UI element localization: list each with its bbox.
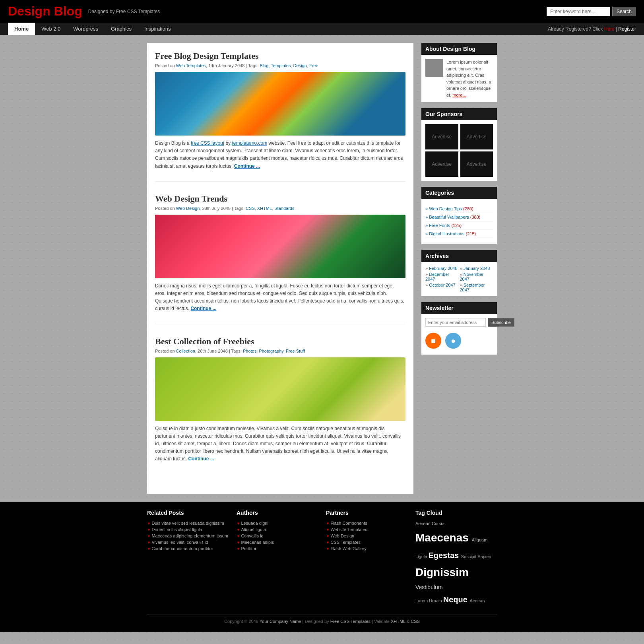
archive-dec-2047[interactable]: December 2047 [425,272,459,281]
tag-cursus[interactable]: Cursus [432,521,446,526]
post-1-tag-design[interactable]: Design [293,63,307,68]
free-css-link[interactable]: Free CSS Templates [330,619,370,624]
partner-link-css-templates[interactable]: CSS Templates [330,540,361,545]
advertise-3[interactable]: Advertise [425,151,458,177]
categories-box: Categories » Web Design Tips (260) » Bea… [421,187,497,244]
category-link-free-fonts[interactable]: » Free Fonts (125) [425,223,462,228]
category-free-fonts: » Free Fonts (125) [425,221,493,230]
tag-aenean[interactable]: Aenean [415,521,432,526]
post-3-tag-photography[interactable]: Photography [259,349,283,353]
author-link-3[interactable]: Convallis id [241,533,263,538]
post-2-tag-standards[interactable]: Standards [274,206,294,211]
related-link-5[interactable]: Curabitur condimentum porttitor [151,546,213,551]
nav-item-wordpress[interactable]: Wordpress [67,23,105,35]
about-more-link[interactable]: more... [452,93,466,97]
site-logo: Design Blog [8,4,82,19]
archive-jan-2048[interactable]: January 2048 [460,266,493,271]
partner-link-website-templates[interactable]: Website Templates [330,527,367,532]
social-icons: ■ ● [425,331,493,351]
search-input[interactable] [547,7,610,16]
company-link[interactable]: Your Company Name [260,619,301,624]
post-2-meta-link-web-design[interactable]: Web Design [176,206,200,211]
tag-urnain[interactable]: Urnain [429,598,443,603]
author-link-2[interactable]: Aliquet ligula [241,527,266,532]
partner-link-flash-web-gallery[interactable]: Flash Web Gallery [330,546,366,551]
footer-partners-list: Flash Components Website Templates Web D… [326,520,407,552]
nav-register-link[interactable]: Register [618,26,636,32]
advertise-2[interactable]: Advertise [460,124,493,149]
category-link-web-design-tips[interactable]: » Web Design Tips (260) [425,206,473,211]
author-link-4[interactable]: Maecenas adipis [241,540,274,545]
xhtml-link[interactable]: XHTML [391,619,405,624]
advertise-4[interactable]: Advertise [460,151,493,177]
categories-content: » Web Design Tips (260) » Beautiful Wall… [421,199,497,244]
archive-sep-2047[interactable]: September 2047 [460,283,493,292]
tag-aliquam[interactable]: Aliquam [472,537,488,542]
post-3-meta-link-collection[interactable]: Collection [176,349,195,353]
post-1-tag-templates[interactable]: Templates [271,63,291,68]
nav-here-link[interactable]: Here [604,26,615,32]
tag-suscipit[interactable]: Suscipit [461,554,478,559]
newsletter-subscribe-button[interactable]: Subscribe [488,318,514,327]
newsletter-email-input[interactable] [425,318,486,327]
advertise-1[interactable]: Advertise [425,124,458,149]
post-3-tag-photos[interactable]: Photos [243,349,256,353]
tag-maecenas[interactable]: Maecenas [415,531,472,544]
nav-item-home[interactable]: Home [8,23,35,35]
category-link-wallpapers[interactable]: » Beautiful Wallpapers (380) [425,215,480,219]
tag-vestibulum[interactable]: Vestibulum [415,584,442,590]
tag-neque[interactable]: Neque [443,595,470,604]
rss-icon[interactable]: ■ [425,333,441,349]
related-link-2[interactable]: Donec mollis aliquet ligula [151,527,202,532]
archive-oct-2047[interactable]: October 2047 [425,283,459,292]
post-1-link-css[interactable]: free CSS layout [191,140,224,146]
post-3-meta: Posted on Collection, 26th June 2048 | T… [155,349,405,353]
partner-link-web-design[interactable]: Web Design [330,533,354,538]
nav-item-web20[interactable]: Web 2.0 [35,23,67,35]
post-1-tag-blog[interactable]: Blog [260,63,268,68]
newsletter-title: Newsletter [421,302,497,314]
post-1-meta-link-web-templates[interactable]: Web Templates [176,63,206,68]
search-button[interactable]: Search [612,7,636,16]
css-link[interactable]: CSS [411,619,420,624]
archive-feb-2048[interactable]: February 2048 [425,266,459,271]
tag-lorem[interactable]: Lorem [415,598,429,603]
tag-aenean2[interactable]: Aenean [469,598,485,603]
archives-content: February 2048 January 2048 December 2047… [421,262,497,296]
newsletter-box: Newsletter Subscribe ■ ● [421,302,497,355]
related-link-3[interactable]: Maecenas adipiscing elementum ipsum [151,533,228,538]
footer-authors: Authors Lesuada digni Aliquet ligula Con… [237,510,318,607]
tag-dignissim[interactable]: Dignissim [415,566,469,578]
main-wrapper: Free Blog Design Templates Posted on Web… [147,43,497,494]
category-beautiful-wallpapers: » Beautiful Wallpapers (380) [425,213,493,221]
twitter-icon[interactable]: ● [445,333,461,349]
author-link-5[interactable]: Porttitor [241,546,256,551]
post-3-continue[interactable]: Continue ... [188,456,214,462]
author-link-1[interactable]: Lesuada digni [241,521,268,526]
post-3-tag-free-stuff[interactable]: Free Stuff [286,349,305,353]
nav-item-inspirations[interactable]: Inspirations [138,23,177,35]
post-3-title: Best Collection of Freebies [155,336,405,347]
tag-egestas[interactable]: Egestas [428,551,461,560]
post-2: Web Design Trends Posted on Web Design, … [155,194,405,324]
author-2: Aliquet ligula [237,526,318,533]
post-1-link-templatemo[interactable]: templatemo.com [232,140,267,146]
about-content: Lorem ipsum dolor sit amet, consectetur … [421,55,497,102]
post-1-continue[interactable]: Continue ... [234,163,260,169]
archive-nov-2047[interactable]: November 2047 [460,272,493,281]
related-link-1[interactable]: Duis vitae velit sed lesuada dignissim [151,521,224,526]
related-link-4[interactable]: Vivamus leo velit, convallis id [151,540,208,545]
post-2-tag-xhtml[interactable]: XHTML [257,206,272,211]
about-box: About Design Blog Lorem ipsum dolor sit … [421,43,497,102]
post-1-tag-free[interactable]: Free [309,63,318,68]
newsletter-content: Subscribe ■ ● [421,314,497,355]
tag-sapien[interactable]: Sapien [477,554,491,559]
category-link-digital-illustrations[interactable]: » Digital Illustrations (215) [425,231,476,236]
post-2-continue[interactable]: Continue ... [190,306,216,311]
partner-link-flash-components[interactable]: Flash Components [330,521,367,526]
post-2-tag-css[interactable]: CSS [246,206,255,211]
tag-ligula[interactable]: Ligula [415,554,428,559]
footer-related-title: Related Posts [147,510,229,516]
nav-item-graphics[interactable]: Graphics [105,23,138,35]
footer-partners: Partners Flash Components Website Templa… [326,510,407,607]
